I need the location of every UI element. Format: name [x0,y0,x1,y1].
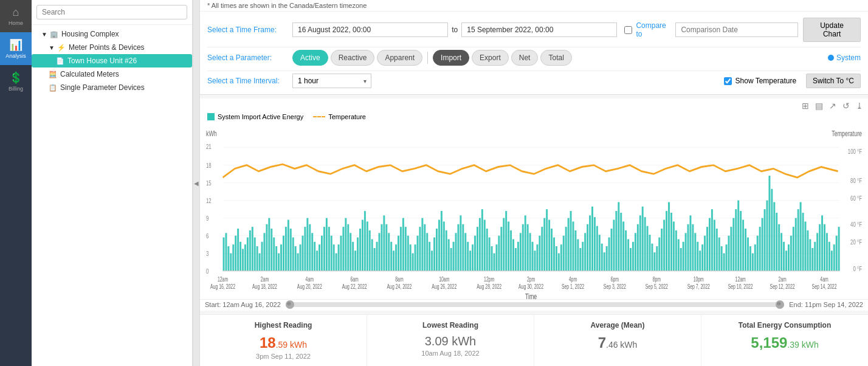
svg-rect-187 [613,220,615,271]
svg-text:10pm: 10pm [694,276,704,283]
param-total-btn[interactable]: Total [540,50,571,66]
switch-temp-button[interactable]: Switch To °C [806,74,861,88]
svg-rect-241 [742,220,744,271]
svg-rect-223 [699,250,701,271]
svg-rect-170 [573,221,574,271]
svg-rect-78 [352,242,354,271]
svg-rect-207 [661,229,663,271]
svg-rect-104 [415,244,416,271]
svg-rect-256 [778,224,780,271]
svg-rect-62 [314,242,315,271]
svg-rect-211 [670,213,672,271]
sidebar-item-calculated-meters[interactable]: 🧮 Calculated Meters [32,67,192,81]
show-temperature-checkbox[interactable] [724,77,732,85]
sidebar-collapse-handle[interactable]: ◀ [193,0,200,366]
svg-rect-90 [381,224,382,271]
highest-date: 3pm Sep 11, 2022 [205,353,362,360]
svg-rect-115 [441,211,443,271]
sidebar-item-town-house[interactable]: 📄 Town House Unit #26 [32,54,192,67]
svg-rect-265 [800,202,802,271]
svg-text:0: 0 [206,267,209,275]
download-icon[interactable]: ⤓ [856,101,863,111]
search-input[interactable] [36,5,187,19]
system-link[interactable]: System [828,54,861,62]
sidebar-item-housing-complex[interactable]: ▼ 🏢 Housing Complex [32,27,192,41]
lowest-reading-label: Lowest Reading [372,321,529,330]
svg-rect-262 [793,227,794,271]
svg-rect-143 [508,221,509,271]
timezone-note: * All times are shown in the Canada/East… [207,2,367,9]
time-frame-start-input[interactable] [292,22,448,37]
svg-text:10am: 10am [439,276,449,283]
svg-rect-124 [462,224,464,271]
line-icon[interactable]: ↗ [829,101,836,111]
param-export-btn[interactable]: Export [472,50,509,66]
sidebar-item-single-param[interactable]: 📋 Single Parameter Devices [32,81,192,94]
lowest-reading-cell: Lowest Reading 3.09 kWh 10am Aug 18, 202… [367,315,534,366]
slider-left-handle[interactable]: ⊖ [286,300,294,309]
svg-rect-169 [570,211,572,271]
svg-text:4am: 4am [820,276,828,283]
svg-rect-163 [556,246,557,271]
legend-energy: System Import Active Energy [207,113,303,120]
svg-text:6: 6 [206,232,209,240]
svg-rect-255 [776,213,777,271]
svg-rect-45 [273,238,275,271]
param-net-btn[interactable]: Net [511,50,539,66]
stats-row: Highest Reading 18.59 kWh 3pm Sep 11, 20… [200,314,868,366]
update-chart-button[interactable]: Update Chart [803,18,861,42]
highest-reading-value: 18.59 kWh [205,334,362,351]
svg-rect-55 [297,254,299,271]
time-frame-end-input[interactable] [461,22,617,37]
svg-rect-38 [257,246,258,271]
chart-svg-area: kWh 21 18 15 12 9 6 3 0 Temperature [200,123,868,299]
svg-rect-101 [407,236,409,271]
svg-text:60 °F: 60 °F [850,194,862,202]
svg-rect-29 [235,236,236,271]
param-import-btn[interactable]: Import [433,50,469,66]
svg-rect-64 [319,244,320,271]
single-param-label: Single Parameter Devices [60,83,145,92]
svg-rect-194 [630,248,632,271]
home-nav-item[interactable]: ⌂ Home [0,0,32,32]
billing-nav-item[interactable]: 💲 Billing [0,65,32,98]
analysis-nav-item[interactable]: 📊 Analysis [0,32,32,65]
svg-rect-61 [311,233,313,271]
svg-rect-252 [768,176,770,271]
svg-rect-48 [280,244,282,271]
svg-rect-245 [752,254,754,271]
search-container [32,0,192,25]
compare-checkbox[interactable] [624,26,632,34]
comparison-date-input[interactable] [675,22,798,37]
refresh-icon[interactable]: ↺ [842,101,850,111]
svg-rect-216 [683,242,684,271]
svg-rect-213 [675,230,677,271]
svg-rect-146 [515,248,517,271]
param-active-btn[interactable]: Active [292,50,328,66]
average-reading-cell: Average (Mean) 7.46 kWh [534,315,701,366]
svg-text:2am: 2am [261,276,269,283]
radio-dot-icon [828,55,834,61]
svg-rect-215 [680,248,682,271]
svg-text:3: 3 [206,249,209,257]
compare-label[interactable]: Compare to [636,21,670,38]
svg-rect-39 [259,254,261,271]
interval-select[interactable]: 1 hour 15 minutes 30 minutes 1 day [292,74,371,88]
table-icon[interactable]: ▤ [815,101,823,111]
zoom-icon[interactable]: ⊞ [802,101,809,111]
slider-right-handle[interactable]: ⊖ [776,300,784,309]
param-reactive-btn[interactable]: Reactive [331,50,375,66]
energy-bars [223,176,840,271]
svg-rect-27 [230,254,232,271]
svg-rect-28 [232,244,234,271]
highest-reading-label: Highest Reading [205,321,362,330]
slider-track[interactable]: ⊖ ⊖ [286,302,785,307]
svg-rect-102 [410,244,412,271]
param-apparent-btn[interactable]: Apparent [377,50,422,66]
svg-rect-231 [718,238,720,271]
svg-rect-174 [582,242,584,271]
sidebar-item-meter-points[interactable]: ▼ ⚡ Meter Points & Devices [32,41,192,54]
svg-rect-82 [362,220,363,271]
svg-rect-168 [568,218,570,271]
svg-rect-165 [560,244,562,271]
